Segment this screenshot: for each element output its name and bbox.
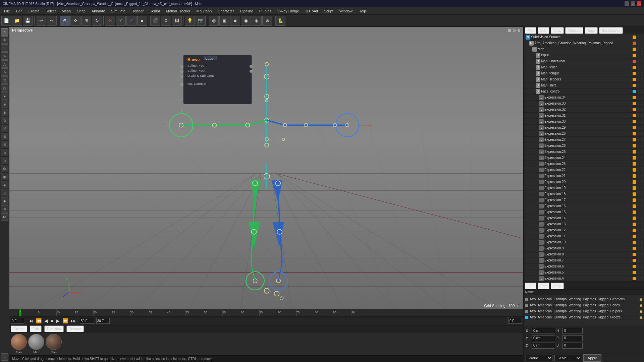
coord-x-pos[interactable] xyxy=(532,328,555,334)
tool-sculpt4[interactable]: ◉ xyxy=(1,173,8,180)
coord-z-pos[interactable] xyxy=(532,343,555,349)
pp-btn-edit[interactable]: Edit xyxy=(538,283,549,289)
menu-item-snap[interactable]: Snap xyxy=(74,8,88,14)
undo-button[interactable]: ↩ xyxy=(36,16,46,26)
viewport-icon-1[interactable]: ⊞ xyxy=(508,28,511,33)
material-item-2[interactable]: Man xyxy=(28,334,44,354)
om-item-19[interactable]: LExpression.25⋮⋮ xyxy=(524,149,644,155)
om-item-37[interactable]: LExpression.7⋮⋮ xyxy=(524,257,644,263)
om-item-34[interactable]: LExpression.10⋮⋮ xyxy=(524,239,644,245)
om-item-10[interactable]: LExpression.34⋮⋮ xyxy=(524,95,644,101)
pp-btn-file[interactable]: File xyxy=(525,283,536,289)
pp-lock-1[interactable]: 🔒 xyxy=(639,304,643,307)
edge-mode[interactable]: Z xyxy=(126,16,137,26)
transport-next[interactable]: ⏩ xyxy=(62,317,69,324)
menu-item-mesh[interactable]: Mesh xyxy=(59,8,73,14)
tool-magnet[interactable]: ⊞ xyxy=(1,133,8,140)
om-item-26[interactable]: LExpression.18⋮⋮ xyxy=(524,191,644,197)
world-select[interactable]: World Object Camera xyxy=(526,355,552,361)
om-item-31[interactable]: LExpression.13⋮⋮ xyxy=(524,221,644,227)
om-item-23[interactable]: LExpression.21⋮⋮ xyxy=(524,173,644,179)
minimize-button[interactable]: – xyxy=(625,1,629,6)
select-tool[interactable]: ⊕ xyxy=(60,16,70,26)
menu-item-animate[interactable]: Animate xyxy=(89,8,108,14)
om-btn-bookmarks[interactable]: Bookmarks xyxy=(599,27,623,34)
tool-paint[interactable]: ✐ xyxy=(1,125,8,132)
om-item-30[interactable]: LExpression.14⋮⋮ xyxy=(524,215,644,221)
tool-circle[interactable]: ○ xyxy=(1,44,8,52)
render-button[interactable]: 🎬 xyxy=(150,16,160,26)
mat-texture-btn[interactable]: Texture xyxy=(66,325,84,332)
polygon-mode[interactable]: ■ xyxy=(137,16,147,26)
menu-item-sculpt[interactable]: Sculpt xyxy=(147,8,163,14)
render-to-pic[interactable]: 🖼 xyxy=(172,16,182,26)
tool-sculpt3[interactable]: ◎ xyxy=(1,165,8,172)
tool-sculpt7[interactable]: ◆ xyxy=(1,197,8,204)
pp-item-1[interactable]: Afro_American_Grandpa_Wearing_Pajamas_Ri… xyxy=(525,302,643,308)
tool-6[interactable]: ⊛ xyxy=(262,16,272,26)
om-item-4[interactable]: JMan_underwear⋮⋮ xyxy=(524,58,644,64)
om-item-36[interactable]: LExpression.8⋮⋮ xyxy=(524,251,644,257)
tool-sculpt5[interactable]: ◈ xyxy=(1,181,8,188)
frame-current-field[interactable] xyxy=(508,318,522,324)
om-item-22[interactable]: LExpression.22⋮⋮ xyxy=(524,167,644,173)
tool-spline[interactable]: ∿ xyxy=(1,68,8,76)
tool-mograph[interactable]: ⋈ xyxy=(1,213,8,221)
menu-item-motion-tracker[interactable]: Motion Tracker xyxy=(163,8,193,14)
window-controls[interactable]: – □ ✕ xyxy=(625,1,641,6)
point-mode[interactable]: Y xyxy=(116,16,126,26)
tool-pen[interactable]: ✎ xyxy=(1,52,8,60)
tool-sculpt1[interactable]: ⊛ xyxy=(1,149,8,156)
om-item-16[interactable]: LExpression.28⋮⋮ xyxy=(524,131,644,137)
menu-item-plugins[interactable]: Plugins xyxy=(257,8,274,14)
tool-obj[interactable]: ⊕ xyxy=(1,101,8,108)
menu-item-3dtoall[interactable]: 3DToAll xyxy=(303,8,321,14)
tool-mirror[interactable]: ⊟ xyxy=(1,141,8,148)
viewport-icon-3[interactable]: ⊕ xyxy=(517,28,521,33)
frame-start-field[interactable] xyxy=(11,318,24,324)
om-item-15[interactable]: LExpression.29⋮⋮ xyxy=(524,125,644,131)
om-btn-file[interactable]: File xyxy=(525,27,536,34)
transport-end[interactable]: ⏭ xyxy=(70,317,76,324)
transport-prev[interactable]: ⏪ xyxy=(35,317,42,324)
tool-4[interactable]: ◉ xyxy=(241,16,251,26)
tool-arrow[interactable]: ↖ xyxy=(1,28,8,36)
tool-sculpt2[interactable]: ⊙ xyxy=(1,157,8,164)
menu-item-character[interactable]: Character xyxy=(215,8,236,14)
om-btn-view[interactable]: View xyxy=(551,27,564,34)
om-item-11[interactable]: LExpression.33⋮⋮ xyxy=(524,101,644,107)
material-item-3[interactable]: Man xyxy=(46,334,62,354)
python-button[interactable]: 🐍 xyxy=(275,16,285,26)
om-item-0[interactable]: SSubdivision Surface⋮⋮ xyxy=(524,34,644,40)
menu-item-simulate[interactable]: Simulate xyxy=(108,8,128,14)
coord-b[interactable] xyxy=(562,343,583,349)
tool-1[interactable]: ◎ xyxy=(209,16,219,26)
mat-create-btn[interactable]: Create xyxy=(11,325,27,332)
om-item-20[interactable]: LExpression.24⋮⋮ xyxy=(524,155,644,161)
timeline-ruler[interactable]: 051015202530354045505560657075808590 xyxy=(9,309,523,317)
coord-y-pos[interactable] xyxy=(532,335,555,341)
move-tool[interactable]: ✜ xyxy=(70,16,80,26)
viewport-icon-2[interactable]: ⊙ xyxy=(513,28,516,33)
menu-item-edit[interactable]: Edit xyxy=(13,8,25,14)
tool-2[interactable]: ▣ xyxy=(219,16,229,26)
save-button[interactable]: 💾 xyxy=(23,16,33,26)
om-item-24[interactable]: LExpression.20⋮⋮ xyxy=(524,179,644,185)
pp-lock-0[interactable]: 🔒 xyxy=(639,298,643,301)
viewport-3d[interactable]: Bmwe Caps Spline Propi- Spline Propi- D.… xyxy=(9,27,523,309)
tool-camera[interactable]: □ xyxy=(1,84,8,92)
om-item-25[interactable]: LExpression.19⋮⋮ xyxy=(524,185,644,191)
om-list[interactable]: SSubdivision Surface⋮⋮MAfro_American_Gra… xyxy=(524,34,644,282)
om-item-9[interactable]: JFace_control⋮⋮ xyxy=(524,88,644,95)
pp-item-3[interactable]: Afro_American_Grandpa_Wearing_Pajamas_Ri… xyxy=(525,314,643,320)
coord-p[interactable] xyxy=(562,335,583,341)
tool-poly[interactable]: △ xyxy=(1,60,8,68)
menu-item-select[interactable]: Select xyxy=(43,8,59,14)
tool-light[interactable]: ✦ xyxy=(1,93,8,100)
render-settings[interactable]: ⚙ xyxy=(161,16,171,26)
om-item-27[interactable]: LExpression.17⋮⋮ xyxy=(524,197,644,203)
close-button[interactable]: ✕ xyxy=(637,1,641,6)
maximize-button[interactable]: □ xyxy=(631,1,635,6)
om-btn-edit[interactable]: Edit xyxy=(538,27,549,34)
om-item-29[interactable]: LExpression.15⋮⋮ xyxy=(524,209,644,215)
